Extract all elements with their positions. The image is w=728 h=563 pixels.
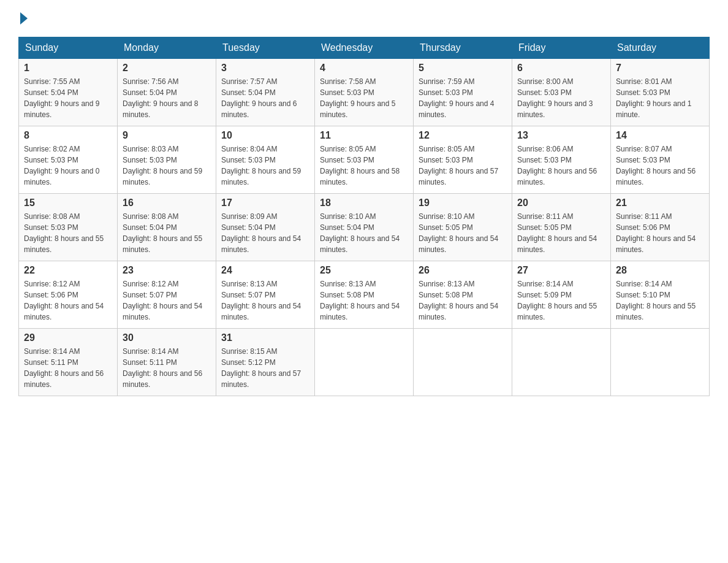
- page-header: [18, 12, 710, 25]
- day-header-saturday: Saturday: [611, 37, 710, 59]
- day-number: 26: [419, 265, 507, 276]
- calendar-cell: 27 Sunrise: 8:14 AM Sunset: 5:09 PM Dayl…: [512, 261, 611, 329]
- calendar-cell: 26 Sunrise: 8:13 AM Sunset: 5:08 PM Dayl…: [414, 261, 512, 329]
- calendar-cell: 30 Sunrise: 8:14 AM Sunset: 5:11 PM Dayl…: [118, 329, 216, 396]
- day-info: Sunrise: 8:06 AM Sunset: 5:03 PM Dayligh…: [517, 144, 605, 188]
- calendar-week-row: 8 Sunrise: 8:02 AM Sunset: 5:03 PM Dayli…: [19, 126, 710, 194]
- calendar-table: SundayMondayTuesdayWednesdayThursdayFrid…: [18, 37, 710, 396]
- calendar-cell: 8 Sunrise: 8:02 AM Sunset: 5:03 PM Dayli…: [19, 126, 118, 194]
- calendar-cell: 21 Sunrise: 8:11 AM Sunset: 5:06 PM Dayl…: [611, 194, 710, 261]
- day-number: 9: [123, 130, 211, 141]
- calendar-cell: 15 Sunrise: 8:08 AM Sunset: 5:03 PM Dayl…: [19, 194, 118, 261]
- calendar-cell: 20 Sunrise: 8:11 AM Sunset: 5:05 PM Dayl…: [512, 194, 611, 261]
- day-info: Sunrise: 8:15 AM Sunset: 5:12 PM Dayligh…: [221, 346, 309, 390]
- day-info: Sunrise: 7:56 AM Sunset: 5:04 PM Dayligh…: [123, 76, 211, 120]
- day-info: Sunrise: 7:59 AM Sunset: 5:03 PM Dayligh…: [419, 76, 507, 120]
- calendar-cell: 25 Sunrise: 8:13 AM Sunset: 5:08 PM Dayl…: [315, 261, 414, 329]
- calendar-cell: 12 Sunrise: 8:05 AM Sunset: 5:03 PM Dayl…: [414, 126, 512, 194]
- calendar-cell: 19 Sunrise: 8:10 AM Sunset: 5:05 PM Dayl…: [414, 194, 512, 261]
- calendar-cell: 24 Sunrise: 8:13 AM Sunset: 5:07 PM Dayl…: [216, 261, 315, 329]
- day-info: Sunrise: 8:12 AM Sunset: 5:06 PM Dayligh…: [24, 278, 112, 323]
- day-number: 12: [419, 130, 507, 141]
- day-number: 1: [24, 63, 112, 74]
- calendar-cell: 17 Sunrise: 8:09 AM Sunset: 5:04 PM Dayl…: [216, 194, 315, 261]
- calendar-cell: [315, 329, 414, 396]
- day-number: 25: [320, 265, 408, 276]
- calendar-cell: 28 Sunrise: 8:14 AM Sunset: 5:10 PM Dayl…: [611, 261, 710, 329]
- day-info: Sunrise: 7:58 AM Sunset: 5:03 PM Dayligh…: [320, 76, 408, 120]
- calendar-cell: 10 Sunrise: 8:04 AM Sunset: 5:03 PM Dayl…: [216, 126, 315, 194]
- calendar-cell: 9 Sunrise: 8:03 AM Sunset: 5:03 PM Dayli…: [118, 126, 216, 194]
- day-info: Sunrise: 8:13 AM Sunset: 5:08 PM Dayligh…: [320, 278, 408, 323]
- day-number: 30: [123, 332, 211, 343]
- calendar-cell: 1 Sunrise: 7:55 AM Sunset: 5:04 PM Dayli…: [19, 59, 118, 126]
- logo-arrow-icon: [20, 12, 28, 25]
- day-info: Sunrise: 8:07 AM Sunset: 5:03 PM Dayligh…: [616, 144, 704, 188]
- day-number: 4: [320, 63, 408, 74]
- logo: [18, 12, 28, 25]
- day-header-sunday: Sunday: [19, 37, 118, 59]
- day-number: 16: [123, 197, 211, 209]
- calendar-week-row: 15 Sunrise: 8:08 AM Sunset: 5:03 PM Dayl…: [19, 194, 710, 261]
- day-info: Sunrise: 8:13 AM Sunset: 5:07 PM Dayligh…: [221, 278, 309, 323]
- calendar-cell: 13 Sunrise: 8:06 AM Sunset: 5:03 PM Dayl…: [512, 126, 611, 194]
- day-info: Sunrise: 8:12 AM Sunset: 5:07 PM Dayligh…: [123, 278, 211, 323]
- day-header-friday: Friday: [512, 37, 611, 59]
- calendar-cell: 5 Sunrise: 7:59 AM Sunset: 5:03 PM Dayli…: [414, 59, 512, 126]
- calendar-week-row: 1 Sunrise: 7:55 AM Sunset: 5:04 PM Dayli…: [19, 59, 710, 126]
- calendar-cell: 11 Sunrise: 8:05 AM Sunset: 5:03 PM Dayl…: [315, 126, 414, 194]
- day-info: Sunrise: 7:57 AM Sunset: 5:04 PM Dayligh…: [221, 76, 309, 120]
- calendar-cell: 16 Sunrise: 8:08 AM Sunset: 5:04 PM Dayl…: [118, 194, 216, 261]
- day-number: 18: [320, 197, 408, 209]
- day-info: Sunrise: 8:09 AM Sunset: 5:04 PM Dayligh…: [221, 211, 309, 255]
- day-info: Sunrise: 8:08 AM Sunset: 5:04 PM Dayligh…: [123, 211, 211, 255]
- calendar-week-row: 22 Sunrise: 8:12 AM Sunset: 5:06 PM Dayl…: [19, 261, 710, 329]
- day-info: Sunrise: 8:11 AM Sunset: 5:05 PM Dayligh…: [517, 211, 605, 255]
- calendar-cell: 14 Sunrise: 8:07 AM Sunset: 5:03 PM Dayl…: [611, 126, 710, 194]
- calendar-cell: 18 Sunrise: 8:10 AM Sunset: 5:04 PM Dayl…: [315, 194, 414, 261]
- day-number: 24: [221, 265, 309, 276]
- calendar-cell: 4 Sunrise: 7:58 AM Sunset: 5:03 PM Dayli…: [315, 59, 414, 126]
- day-header-wednesday: Wednesday: [315, 37, 414, 59]
- calendar-header-row: SundayMondayTuesdayWednesdayThursdayFrid…: [19, 37, 710, 59]
- calendar-cell: [611, 329, 710, 396]
- day-number: 20: [517, 197, 605, 209]
- day-info: Sunrise: 8:03 AM Sunset: 5:03 PM Dayligh…: [123, 144, 211, 188]
- day-number: 14: [616, 130, 704, 141]
- calendar-cell: 2 Sunrise: 7:56 AM Sunset: 5:04 PM Dayli…: [118, 59, 216, 126]
- day-info: Sunrise: 8:10 AM Sunset: 5:05 PM Dayligh…: [419, 211, 507, 255]
- day-number: 23: [123, 265, 211, 276]
- day-number: 27: [517, 265, 605, 276]
- day-number: 17: [221, 197, 309, 209]
- calendar-cell: 31 Sunrise: 8:15 AM Sunset: 5:12 PM Dayl…: [216, 329, 315, 396]
- day-number: 15: [24, 197, 112, 209]
- day-number: 6: [517, 63, 605, 74]
- day-number: 19: [419, 197, 507, 209]
- day-number: 11: [320, 130, 408, 141]
- day-info: Sunrise: 8:14 AM Sunset: 5:11 PM Dayligh…: [123, 346, 211, 390]
- calendar-cell: 6 Sunrise: 8:00 AM Sunset: 5:03 PM Dayli…: [512, 59, 611, 126]
- day-info: Sunrise: 8:14 AM Sunset: 5:10 PM Dayligh…: [616, 278, 704, 323]
- day-number: 28: [616, 265, 704, 276]
- day-number: 3: [221, 63, 309, 74]
- day-info: Sunrise: 8:08 AM Sunset: 5:03 PM Dayligh…: [24, 211, 112, 255]
- day-info: Sunrise: 8:05 AM Sunset: 5:03 PM Dayligh…: [419, 144, 507, 188]
- day-number: 10: [221, 130, 309, 141]
- day-number: 13: [517, 130, 605, 141]
- day-info: Sunrise: 8:13 AM Sunset: 5:08 PM Dayligh…: [419, 278, 507, 323]
- calendar-cell: 23 Sunrise: 8:12 AM Sunset: 5:07 PM Dayl…: [118, 261, 216, 329]
- day-info: Sunrise: 8:01 AM Sunset: 5:03 PM Dayligh…: [616, 76, 704, 120]
- calendar-cell: 29 Sunrise: 8:14 AM Sunset: 5:11 PM Dayl…: [19, 329, 118, 396]
- day-number: 2: [123, 63, 211, 74]
- day-header-monday: Monday: [118, 37, 216, 59]
- day-info: Sunrise: 8:05 AM Sunset: 5:03 PM Dayligh…: [320, 144, 408, 188]
- calendar-week-row: 29 Sunrise: 8:14 AM Sunset: 5:11 PM Dayl…: [19, 329, 710, 396]
- day-header-tuesday: Tuesday: [216, 37, 315, 59]
- day-info: Sunrise: 8:11 AM Sunset: 5:06 PM Dayligh…: [616, 211, 704, 255]
- day-number: 29: [24, 332, 112, 343]
- day-info: Sunrise: 8:14 AM Sunset: 5:09 PM Dayligh…: [517, 278, 605, 323]
- day-info: Sunrise: 7:55 AM Sunset: 5:04 PM Dayligh…: [24, 76, 112, 120]
- day-header-thursday: Thursday: [414, 37, 512, 59]
- calendar-cell: [414, 329, 512, 396]
- day-info: Sunrise: 8:02 AM Sunset: 5:03 PM Dayligh…: [24, 144, 112, 188]
